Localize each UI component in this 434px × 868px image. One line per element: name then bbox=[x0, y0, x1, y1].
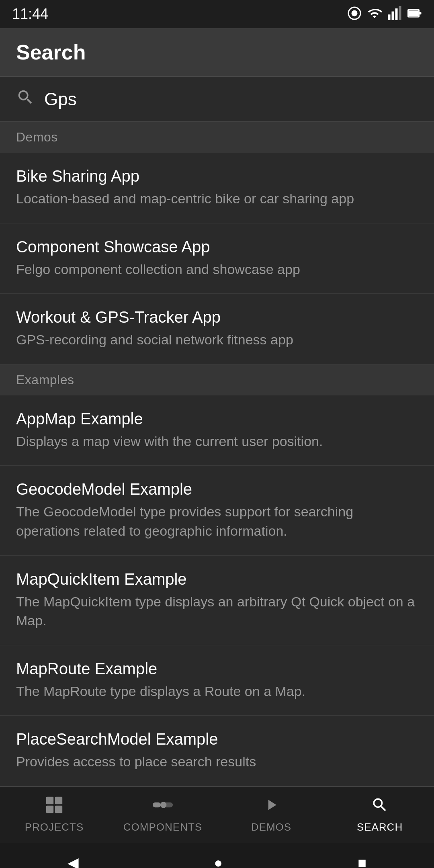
list-item[interactable]: GeocodeModel Example The GeocodeModel ty… bbox=[0, 466, 434, 555]
nav-label-search: SEARCH bbox=[357, 821, 403, 833]
item-subtitle: The GeocodeModel type provides support f… bbox=[16, 502, 418, 540]
demos-label: Demos bbox=[16, 130, 58, 144]
svg-rect-11 bbox=[46, 806, 53, 813]
item-subtitle: Felgo component collection and showcase … bbox=[16, 260, 418, 279]
item-title: GeocodeModel Example bbox=[16, 480, 418, 498]
list-item[interactable]: MapRoute Example The MapRoute type displ… bbox=[0, 645, 434, 716]
svg-rect-5 bbox=[399, 6, 401, 20]
list-item[interactable]: PlaceSearchModel Example Provides access… bbox=[0, 716, 434, 786]
item-title: Bike Sharing App bbox=[16, 167, 418, 185]
status-icons bbox=[347, 6, 422, 22]
list-item[interactable]: Bike Sharing App Location-based and map-… bbox=[0, 153, 434, 223]
components-icon bbox=[153, 796, 173, 818]
nav-item-demos[interactable]: DEMOS bbox=[217, 792, 326, 837]
svg-rect-2 bbox=[388, 14, 391, 20]
status-time: 11:44 bbox=[12, 6, 48, 23]
list-item[interactable]: MapQuickItem Example The MapQuickItem ty… bbox=[0, 556, 434, 645]
svg-rect-3 bbox=[392, 12, 394, 20]
search-icon bbox=[16, 88, 35, 110]
item-title: MapRoute Example bbox=[16, 660, 418, 678]
wifi-icon bbox=[367, 6, 382, 22]
list-item[interactable]: AppMap Example Displays a map view with … bbox=[0, 395, 434, 466]
nav-label-components: COMPONENTS bbox=[123, 821, 202, 833]
home-button[interactable]: ● bbox=[214, 854, 223, 868]
svg-rect-4 bbox=[395, 8, 398, 20]
svg-rect-13 bbox=[153, 802, 161, 808]
demos-section-header: Demos bbox=[0, 122, 434, 153]
item-title: AppMap Example bbox=[16, 410, 418, 428]
item-title: PlaceSearchModel Example bbox=[16, 730, 418, 748]
nav-item-search[interactable]: SEARCH bbox=[326, 792, 434, 837]
projects-icon bbox=[45, 796, 63, 818]
notification-icon bbox=[347, 6, 362, 22]
svg-point-1 bbox=[352, 10, 358, 16]
battery-icon bbox=[407, 6, 422, 22]
bottom-nav: PROJECTS COMPONENTS DEMOS SEARCH bbox=[0, 786, 434, 843]
recents-button[interactable]: ■ bbox=[358, 854, 366, 868]
svg-rect-8 bbox=[409, 10, 418, 16]
svg-rect-7 bbox=[419, 12, 422, 14]
svg-rect-9 bbox=[46, 797, 53, 804]
examples-label: Examples bbox=[16, 373, 74, 387]
svg-point-15 bbox=[160, 802, 167, 808]
nav-item-projects[interactable]: PROJECTS bbox=[0, 792, 108, 837]
search-query: Gps bbox=[44, 89, 77, 109]
list-item[interactable]: Workout & GPS-Tracker App GPS-recording … bbox=[0, 294, 434, 364]
item-subtitle: The MapRoute type displays a Route on a … bbox=[16, 682, 418, 701]
item-title: Workout & GPS-Tracker App bbox=[16, 308, 418, 326]
page-title: Search bbox=[16, 40, 418, 64]
search-nav-icon bbox=[371, 796, 389, 818]
back-button[interactable]: ◀ bbox=[68, 854, 79, 868]
item-subtitle: Location-based and map-centric bike or c… bbox=[16, 189, 418, 209]
nav-item-components[interactable]: COMPONENTS bbox=[108, 792, 217, 837]
examples-section-header: Examples bbox=[0, 364, 434, 395]
nav-label-demos: DEMOS bbox=[251, 821, 291, 833]
item-subtitle: GPS-recording and social network fitness… bbox=[16, 330, 418, 350]
item-subtitle: The MapQuickItem type displays an arbitr… bbox=[16, 592, 418, 631]
signal-icon bbox=[387, 6, 402, 22]
item-subtitle: Displays a map view with the current use… bbox=[16, 432, 418, 451]
status-bar: 11:44 bbox=[0, 0, 434, 28]
item-subtitle: Provides access to place search results bbox=[16, 752, 418, 772]
demos-icon bbox=[262, 796, 280, 818]
svg-rect-10 bbox=[55, 797, 62, 804]
app-header: Search bbox=[0, 28, 434, 77]
list-item[interactable]: Component Showcase App Felgo component c… bbox=[0, 223, 434, 294]
content-area: Demos Bike Sharing App Location-based an… bbox=[0, 122, 434, 786]
item-title: MapQuickItem Example bbox=[16, 570, 418, 588]
search-bar[interactable]: Gps bbox=[0, 77, 434, 122]
system-nav: ◀ ● ■ bbox=[0, 843, 434, 868]
item-title: Component Showcase App bbox=[16, 238, 418, 256]
svg-rect-12 bbox=[55, 806, 62, 813]
nav-label-projects: PROJECTS bbox=[25, 821, 84, 833]
